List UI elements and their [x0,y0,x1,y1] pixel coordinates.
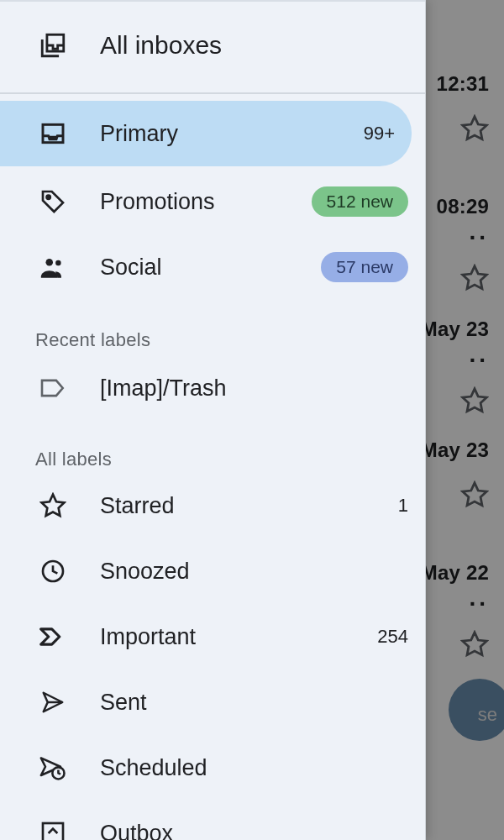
clock-icon [38,558,68,585]
inbox-icon [38,120,68,147]
navigation-drawer: All inboxes Primary 99+ Promotions 512 n… [0,0,426,840]
count: 254 [368,626,408,648]
svg-point-8 [46,259,54,266]
people-icon [38,253,68,281]
sidebar-item-label: All inboxes [100,31,408,60]
svg-marker-10 [42,495,65,516]
sidebar-item-promotions[interactable]: Promotions 512 new [0,170,425,234]
count: 1 [368,495,408,517]
important-icon [38,626,68,648]
sidebar-item-label: Sent [100,690,408,716]
svg-point-9 [55,260,61,266]
sidebar-item-all-inboxes[interactable]: All inboxes [0,0,425,91]
section-header-all-labels: All labels [0,430,425,479]
sidebar-item-label: Outbox [100,821,408,841]
sidebar-item-label: [Imap]/Trash [100,375,408,402]
label-icon [38,377,68,399]
star-icon [38,492,68,519]
sidebar-item-outbox[interactable]: Outbox [0,801,425,840]
unread-count: 99+ [354,123,395,144]
new-badge: 57 new [321,252,408,282]
sidebar-item-primary[interactable]: Primary 99+ [0,101,412,166]
send-icon [38,690,68,715]
scheduled-icon [38,754,68,781]
sidebar-item-label: Important [100,624,368,650]
sidebar-item-imap-trash[interactable]: [Imap]/Trash [0,356,425,420]
sidebar-item-important[interactable]: Important 254 [0,605,425,669]
sidebar-item-sent[interactable]: Sent [0,670,425,734]
sidebar-item-label: Starred [100,493,368,519]
sidebar-item-snoozed[interactable]: Snoozed [0,539,425,603]
sidebar-item-label: Primary [100,121,354,147]
sidebar-item-starred[interactable]: Starred 1 [0,474,425,538]
sidebar-item-label: Promotions [100,189,312,215]
sidebar-item-label: Social [100,255,321,281]
section-header-recent-labels: Recent labels [0,311,425,360]
new-badge: 512 new [312,186,408,217]
sidebar-item-social[interactable]: Social 57 new [0,235,425,299]
tag-icon [38,188,68,215]
svg-point-7 [47,196,50,199]
all-inboxes-icon [38,31,68,60]
sidebar-item-scheduled[interactable]: Scheduled [0,736,425,800]
sidebar-item-label: Scheduled [100,755,408,781]
outbox-icon [38,820,68,840]
svg-rect-13 [43,823,63,840]
sidebar-item-label: Snoozed [100,559,408,585]
